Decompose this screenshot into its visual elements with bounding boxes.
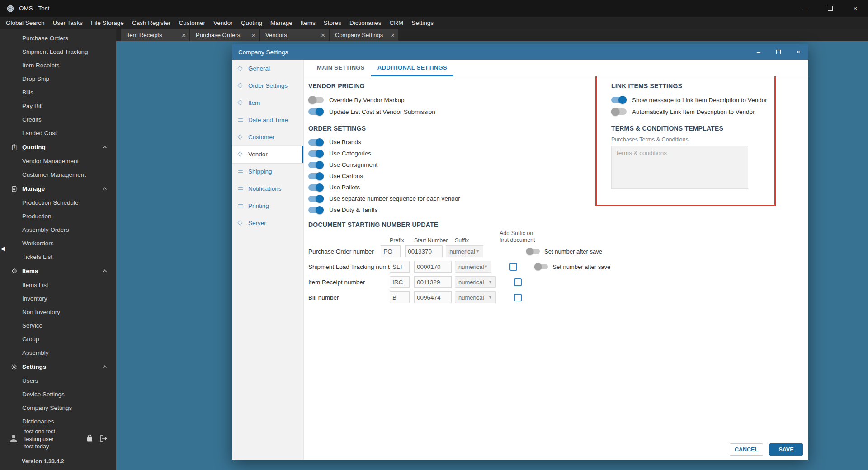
sidebar-collapse-arrow[interactable]: ◀ bbox=[0, 245, 5, 252]
save-button[interactable]: SAVE bbox=[769, 443, 803, 456]
prefix-input[interactable] bbox=[390, 291, 410, 303]
sidebar-item-service[interactable]: Service bbox=[0, 319, 116, 332]
nav-item-notifications[interactable]: Notifications bbox=[232, 180, 303, 197]
toggle-switch-use-brands[interactable] bbox=[308, 139, 324, 146]
add-suffix-checkbox[interactable] bbox=[514, 278, 522, 286]
nav-item-customer[interactable]: Customer bbox=[232, 128, 303, 146]
menu-item-dictionaries[interactable]: Dictionaries bbox=[345, 17, 386, 29]
sidebar-item-vendor-management[interactable]: Vendor Management bbox=[0, 154, 116, 168]
menu-item-manage[interactable]: Manage bbox=[266, 17, 297, 29]
menu-item-quoting[interactable]: Quoting bbox=[237, 17, 266, 29]
sidebar-section-items[interactable]: Items bbox=[0, 263, 116, 278]
dialog-maximize-button[interactable] bbox=[769, 44, 788, 60]
start-number-input[interactable] bbox=[414, 276, 452, 288]
nav-item-item[interactable]: Item bbox=[232, 94, 303, 111]
toggle-switch-update-list-cost-at-vendor-submission[interactable] bbox=[308, 108, 324, 115]
chevron-up-icon[interactable] bbox=[102, 269, 107, 273]
toggle-switch-use-consignment[interactable] bbox=[308, 162, 324, 168]
cancel-button[interactable]: CANCEL bbox=[730, 443, 763, 456]
sidebar-item-workorders[interactable]: Workorders bbox=[0, 236, 116, 250]
prefix-input[interactable] bbox=[390, 276, 410, 288]
sidebar-item-pay-bill[interactable]: Pay Bill bbox=[0, 99, 116, 113]
window-maximize-button[interactable] bbox=[817, 0, 843, 17]
nav-item-server[interactable]: Server bbox=[232, 214, 303, 231]
sidebar-item-production-schedule[interactable]: Production Schedule bbox=[0, 196, 116, 209]
tab-company-settings[interactable]: Company Settings× bbox=[330, 29, 398, 41]
sidebar-section-quoting[interactable]: ?Quoting bbox=[0, 140, 116, 154]
sidebar-item-purchase-orders[interactable]: Purchase Orders bbox=[0, 31, 116, 45]
toggle-switch-use-duty-tariffs[interactable] bbox=[308, 207, 324, 213]
suffix-select[interactable]: numerical▼ bbox=[455, 291, 496, 303]
add-suffix-checkbox[interactable] bbox=[509, 263, 517, 271]
start-number-input[interactable] bbox=[414, 261, 452, 273]
sidebar-item-assembly[interactable]: Assembly bbox=[0, 346, 116, 359]
sidebar-item-inventory[interactable]: Inventory bbox=[0, 291, 116, 305]
sidebar-item-assembly-orders[interactable]: Assembly Orders bbox=[0, 223, 116, 236]
toggle-switch-use-categories[interactable] bbox=[308, 150, 324, 157]
sidebar-section-manage[interactable]: Manage bbox=[0, 181, 116, 196]
chevron-up-icon[interactable] bbox=[102, 146, 107, 149]
nav-item-vendor[interactable]: Vendor bbox=[232, 146, 303, 163]
sidebar-item-bills[interactable]: Bills bbox=[0, 85, 116, 99]
menu-item-customer[interactable]: Customer bbox=[175, 17, 209, 29]
tab-close-icon[interactable]: × bbox=[391, 32, 395, 38]
menu-item-global-search[interactable]: Global Search bbox=[2, 17, 49, 29]
nav-item-general[interactable]: General bbox=[232, 60, 303, 77]
add-suffix-checkbox[interactable] bbox=[514, 294, 522, 301]
chevron-up-icon[interactable] bbox=[102, 365, 107, 368]
sidebar-item-landed-cost[interactable]: Landed Cost bbox=[0, 126, 116, 140]
suffix-select[interactable]: numerical▼ bbox=[455, 276, 496, 288]
terms-conditions-textarea[interactable] bbox=[611, 146, 748, 189]
window-minimize-button[interactable]: – bbox=[792, 0, 817, 17]
prefix-input[interactable] bbox=[390, 261, 410, 273]
sidebar-item-drop-ship[interactable]: Drop Ship bbox=[0, 72, 116, 85]
prefix-input[interactable] bbox=[381, 245, 401, 257]
toggle-switch-use-separate-number-sequence-for-each-vendor[interactable] bbox=[308, 196, 324, 202]
start-number-input[interactable] bbox=[405, 245, 443, 257]
lock-icon[interactable] bbox=[86, 434, 93, 444]
sidebar-item-users[interactable]: Users bbox=[0, 374, 116, 387]
menu-item-cash-register[interactable]: Cash Register bbox=[128, 17, 175, 29]
tab-purchase-orders[interactable]: Purchase Orders× bbox=[190, 29, 259, 41]
sidebar-item-group[interactable]: Group bbox=[0, 332, 116, 346]
sidebar-item-credits[interactable]: Credits bbox=[0, 113, 116, 126]
dialog-tab-additional-settings[interactable]: ADDITIONAL SETTINGS bbox=[371, 60, 453, 76]
menu-item-user-tasks[interactable]: User Tasks bbox=[49, 17, 87, 29]
nav-item-printing[interactable]: Printing bbox=[232, 197, 303, 214]
dialog-minimize-button[interactable]: – bbox=[749, 44, 769, 60]
menu-item-vendor[interactable]: Vendor bbox=[209, 17, 237, 29]
menu-item-items[interactable]: Items bbox=[297, 17, 320, 29]
suffix-select[interactable]: numerical▼ bbox=[446, 245, 483, 257]
suffix-select[interactable]: numerical▼ bbox=[455, 261, 491, 273]
sidebar-item-item-receipts[interactable]: Item Receipts bbox=[0, 58, 116, 72]
set-number-after-save-toggle[interactable] bbox=[526, 249, 540, 254]
sidebar-item-device-settings[interactable]: Device Settings bbox=[0, 387, 116, 401]
toggle-switch-use-cartons[interactable] bbox=[308, 173, 324, 179]
sidebar-item-tickets-list[interactable]: Tickets List bbox=[0, 250, 116, 263]
menu-item-crm[interactable]: CRM bbox=[385, 17, 407, 29]
set-number-after-save-toggle[interactable] bbox=[534, 264, 548, 269]
logout-icon[interactable] bbox=[99, 435, 107, 444]
sidebar-item-non-inventory[interactable]: Non Inventory bbox=[0, 305, 116, 319]
sidebar-item-production[interactable]: Production bbox=[0, 209, 116, 223]
sidebar-item-company-settings[interactable]: Company Settings bbox=[0, 401, 116, 414]
menu-item-settings[interactable]: Settings bbox=[407, 17, 438, 29]
menu-item-stores[interactable]: Stores bbox=[320, 17, 345, 29]
sidebar-item-customer-management[interactable]: Customer Management bbox=[0, 168, 116, 181]
sidebar-item-dictionaries[interactable]: Dictionaries bbox=[0, 414, 116, 428]
sidebar-item-items-list[interactable]: Items List bbox=[0, 278, 116, 291]
toggle-switch-override-by-vendor-markup[interactable] bbox=[308, 97, 324, 103]
toggle-switch-use-pallets[interactable] bbox=[308, 184, 324, 191]
tab-close-icon[interactable]: × bbox=[182, 32, 186, 38]
tab-close-icon[interactable]: × bbox=[251, 32, 255, 38]
toggle-switch-show-message-to-link-item-description-to-vendor[interactable] bbox=[611, 97, 627, 103]
chevron-up-icon[interactable] bbox=[102, 187, 107, 190]
sidebar-item-shipment-load-tracking[interactable]: Shipment Load Tracking bbox=[0, 45, 116, 58]
sidebar-section-settings[interactable]: Settings bbox=[0, 359, 116, 374]
tab-close-icon[interactable]: × bbox=[321, 32, 325, 38]
window-close-button[interactable]: × bbox=[843, 0, 868, 17]
dialog-close-button[interactable]: × bbox=[788, 44, 808, 60]
nav-item-shipping[interactable]: Shipping bbox=[232, 163, 303, 180]
tab-item-receipts[interactable]: Item Receipts× bbox=[121, 29, 189, 41]
menu-item-file-storage[interactable]: File Storage bbox=[87, 17, 128, 29]
